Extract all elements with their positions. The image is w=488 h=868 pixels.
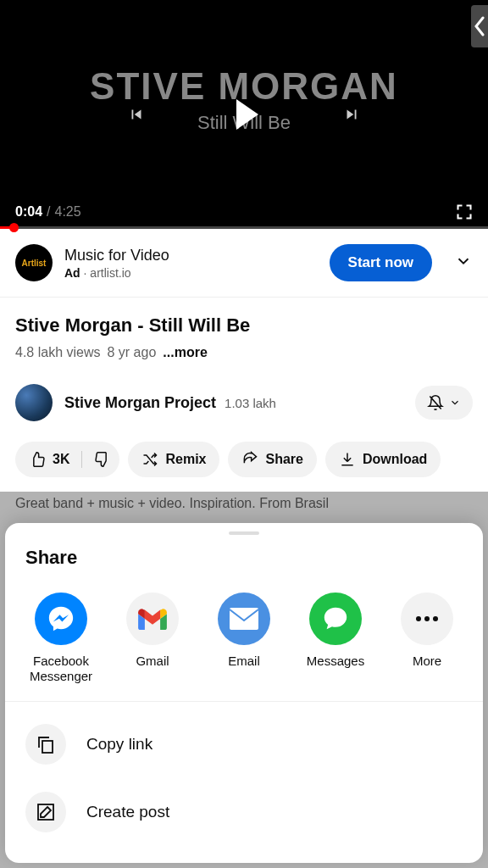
next-button[interactable] <box>342 105 361 124</box>
progress-bar[interactable] <box>0 226 488 229</box>
chevron-down-icon <box>449 397 461 409</box>
like-button[interactable]: 3K <box>15 442 119 477</box>
thumbs-down-icon[interactable] <box>94 451 111 468</box>
sheet-handle[interactable] <box>229 531 259 535</box>
messenger-icon <box>35 593 87 645</box>
download-icon <box>339 451 356 468</box>
svg-rect-0 <box>230 608 258 630</box>
share-app-messages[interactable]: Messages <box>293 593 378 684</box>
more-link[interactable]: ...more <box>163 345 207 360</box>
current-time: 0:04 <box>15 204 42 220</box>
fullscreen-icon[interactable] <box>456 203 473 220</box>
channel-subs: 1.03 lakh <box>225 396 276 410</box>
video-meta[interactable]: 4.8 lakh views 8 yr ago ...more <box>15 345 473 360</box>
create-post-item[interactable]: Create post <box>5 778 483 846</box>
notification-button[interactable] <box>415 386 473 420</box>
gmail-icon <box>126 593 179 645</box>
total-time: 4:25 <box>54 204 80 220</box>
share-icon <box>241 451 258 468</box>
svg-point-2 <box>424 616 430 621</box>
svg-point-3 <box>433 616 438 621</box>
svg-rect-4 <box>42 741 53 753</box>
remix-button[interactable]: Remix <box>128 442 219 477</box>
thumbs-up-icon <box>29 451 46 468</box>
channel-row[interactable]: Stive Morgan Project 1.03 lakh <box>0 369 488 437</box>
share-app-more[interactable]: More <box>385 593 469 684</box>
copy-link-item[interactable]: Copy link <box>5 710 483 778</box>
share-app-email[interactable]: Email <box>202 593 286 684</box>
download-button[interactable]: Download <box>325 442 441 477</box>
bell-off-icon <box>427 394 444 411</box>
share-sheet: Share Facebook Messenger Gmail Email Mes… <box>5 523 483 863</box>
channel-avatar[interactable] <box>15 384 53 421</box>
share-app-gmail[interactable]: Gmail <box>110 593 195 684</box>
share-button[interactable]: Share <box>228 442 316 477</box>
remix-icon <box>141 451 158 468</box>
play-button[interactable] <box>230 99 258 130</box>
sheet-title: Share <box>5 547 483 584</box>
create-post-icon <box>25 792 66 832</box>
svg-point-1 <box>416 616 421 621</box>
ad-logo: Artlist <box>15 244 53 281</box>
ad-banner[interactable]: Artlist Music for Video Ad · artlist.io … <box>0 229 488 298</box>
video-title[interactable]: Stive Morgan - Still Will Be <box>15 314 473 337</box>
ad-cta-button[interactable]: Start now <box>330 244 432 281</box>
video-player[interactable]: STIVE MORGAN Still Will Be 0:04 / 4:25 <box>0 0 488 229</box>
copy-icon <box>25 724 66 765</box>
email-icon <box>218 593 270 645</box>
messages-icon <box>309 593 362 645</box>
channel-name: Stive Morgan Project <box>64 394 216 412</box>
chevron-down-icon[interactable] <box>454 252 473 274</box>
more-icon <box>401 593 453 645</box>
share-app-messenger[interactable]: Facebook Messenger <box>19 593 103 684</box>
comment-preview: Great band + music + video. Inspiration.… <box>15 496 473 511</box>
ad-title: Music for Video <box>64 247 318 264</box>
previous-button[interactable] <box>127 105 146 124</box>
